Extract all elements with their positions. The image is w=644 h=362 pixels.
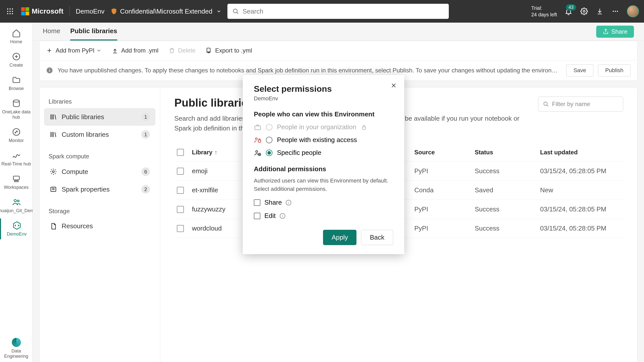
radio-existing[interactable]: People with existing access [254, 136, 393, 144]
radio-icon[interactable] [266, 150, 272, 156]
checkbox-icon[interactable] [254, 213, 260, 219]
select-permissions-dialog: Select permissions DemoEnv People who ca… [243, 75, 404, 254]
close-button[interactable] [391, 82, 397, 88]
svg-rect-31 [363, 127, 366, 129]
svg-point-34 [256, 151, 258, 153]
radio-specific[interactable]: Specific people [254, 149, 393, 157]
people-add-icon [254, 149, 261, 157]
back-button[interactable]: Back [361, 230, 393, 245]
section-additional: Additional permissions [254, 165, 393, 173]
checkbox-share[interactable]: Share i [254, 199, 393, 206]
checkbox-label: Edit [264, 212, 276, 220]
svg-point-32 [255, 138, 257, 140]
close-icon [391, 82, 397, 88]
dialog-subtitle: DemoEnv [254, 95, 393, 102]
section-view: People who can view this Environment [254, 110, 393, 118]
radio-icon[interactable] [266, 137, 272, 143]
checkbox-label: Share [264, 199, 282, 206]
radio-label: Specific people [277, 149, 321, 157]
radio-icon [266, 124, 272, 130]
checkbox-edit[interactable]: Edit i [254, 212, 393, 220]
info-icon[interactable]: i [286, 200, 291, 205]
checkbox-icon[interactable] [254, 199, 260, 206]
info-icon[interactable]: i [280, 213, 285, 219]
apply-button[interactable]: Apply [323, 230, 356, 245]
section-additional-desc: Authorized users can view this Environme… [254, 176, 393, 193]
briefcase-icon [254, 123, 261, 131]
lock-icon [361, 124, 367, 130]
modal-backdrop: Select permissions DemoEnv People who ca… [0, 0, 644, 362]
people-lock-icon [254, 136, 261, 144]
dialog-title: Select permissions [254, 84, 393, 94]
radio-org: People in your organization [254, 123, 393, 131]
radio-label: People in your organization [277, 123, 356, 131]
svg-rect-33 [258, 140, 261, 142]
radio-label: People with existing access [277, 136, 357, 144]
svg-rect-30 [255, 126, 261, 130]
